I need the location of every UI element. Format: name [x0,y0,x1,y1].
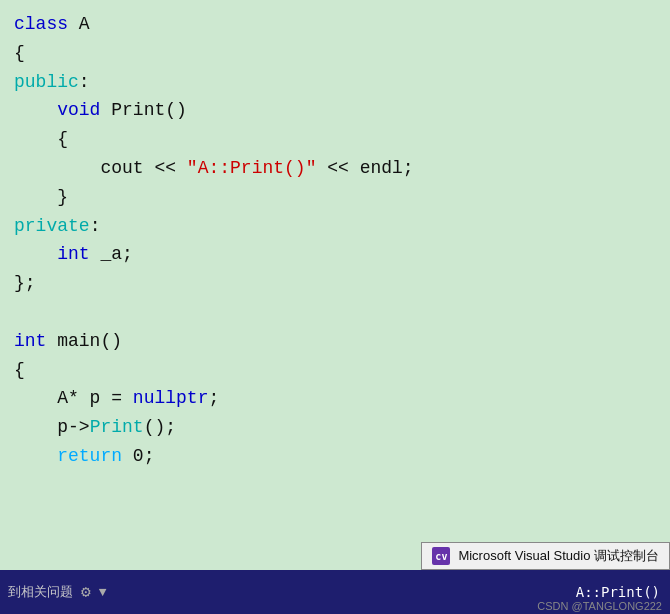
code-line: int _a; [14,240,656,269]
tooltip-title: Microsoft Visual Studio 调试控制台 [458,547,659,565]
code-line: { [14,356,656,385]
code-line: } [14,183,656,212]
code-line: }; [14,269,656,298]
code-line: class A [14,10,656,39]
bottom-function-text: A::Print() [576,584,660,600]
keyword: class [14,14,68,34]
code-line: cout << "A::Print()" << endl; [14,154,656,183]
code-line: int main() [14,327,656,356]
bottom-left-area: 到相关问题 ⚙ ▼ [0,582,106,602]
watermark: CSDN @TANGLONG222 [537,600,662,612]
code-line: { [14,39,656,68]
code-line: void Print() [14,96,656,125]
code-line: { [14,125,656,154]
bottom-left-text: 到相关问题 [8,583,73,601]
bottom-bar: 到相关问题 ⚙ ▼ A::Print() CSDN @TANGLONG222 [0,570,670,614]
gear-icon[interactable]: ⚙ [81,582,91,602]
code-editor: class A { public: void Print() { cout <<… [0,0,670,570]
code-line: public: [14,68,656,97]
vs-icon-label: cv [435,551,447,562]
code-line: return 0; [14,442,656,471]
code-line: private: [14,212,656,241]
bottom-arrow-icon: ▼ [99,585,107,600]
code-line: A* p = nullptr; [14,384,656,413]
code-line [14,298,656,327]
tooltip-popup: cv Microsoft Visual Studio 调试控制台 [421,542,670,570]
vs-icon: cv [432,547,450,565]
code-line: p->Print(); [14,413,656,442]
